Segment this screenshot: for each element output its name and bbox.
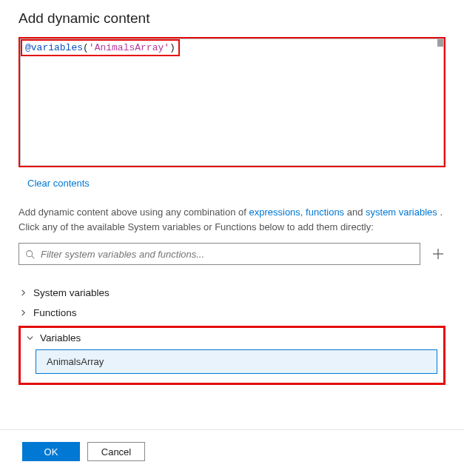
expression-string: 'AnimalsArray' (89, 42, 169, 53)
expressions-functions-link[interactable]: expressions, functions (249, 207, 344, 218)
chevron-down-icon (25, 335, 34, 341)
expression-editor-highlight: @variables('AnimalsArray') (19, 37, 445, 167)
add-button[interactable] (431, 247, 445, 261)
expression-text-highlight: @variables('AnimalsArray') (21, 39, 180, 56)
expression-close: ) (169, 42, 175, 53)
expression-func: @variables (25, 42, 83, 53)
hint-pre: Add dynamic content above using any comb… (19, 207, 249, 218)
group-label-functions: Functions (33, 307, 77, 318)
group-functions[interactable]: Functions (19, 303, 445, 323)
chevron-right-icon (19, 309, 27, 316)
chevron-right-icon (19, 289, 27, 296)
page-title: Add dynamic content (19, 10, 445, 27)
group-variables[interactable]: Variables (25, 331, 439, 345)
expression-editor[interactable]: @variables('AnimalsArray') (20, 38, 444, 166)
group-label-system: System variables (33, 287, 110, 298)
footer-separator (0, 429, 464, 430)
system-variables-link[interactable]: system variables (366, 207, 437, 218)
filter-input[interactable] (39, 248, 414, 261)
hint-text: Add dynamic content above using any comb… (19, 205, 445, 234)
filter-input-wrap[interactable] (19, 243, 420, 265)
group-label-variables: Variables (40, 332, 81, 343)
editor-scrollbar[interactable] (437, 39, 443, 47)
svg-line-1 (32, 255, 34, 258)
clear-contents-link[interactable]: Clear contents (27, 178, 90, 189)
group-system-variables[interactable]: System variables (19, 283, 445, 303)
cancel-button[interactable]: Cancel (87, 442, 145, 461)
ok-button[interactable]: OK (22, 442, 80, 461)
footer: OK Cancel (19, 442, 445, 461)
expression-open: ( (83, 42, 89, 53)
svg-point-0 (27, 250, 33, 256)
hint-mid: and (344, 207, 366, 218)
search-icon (25, 249, 35, 259)
variable-item-animalsarray[interactable]: AnimalsArray (36, 349, 437, 374)
group-variables-highlight: Variables AnimalsArray (19, 326, 445, 385)
